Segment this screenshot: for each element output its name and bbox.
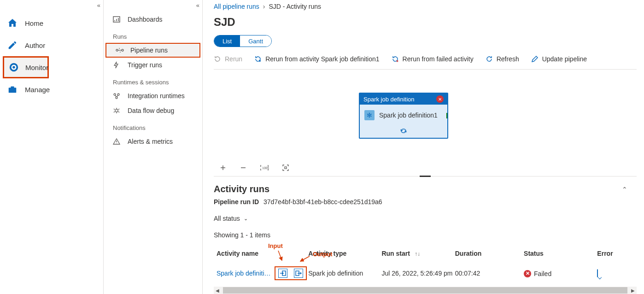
svg-point-10 xyxy=(116,97,117,99)
refresh-icon xyxy=(486,55,493,63)
page-title: SJD xyxy=(214,16,637,29)
subnav-label: Integration runtimes xyxy=(128,92,185,100)
status-filter[interactable]: All status ⌄ xyxy=(214,215,637,222)
rerun-icon xyxy=(214,55,221,63)
sort-icon: ↑↓ xyxy=(415,251,420,257)
activity-table: Input Output Activity name Activity type… xyxy=(214,245,637,294)
rerun-from-activity-button[interactable]: Rerun from activity Spark job definition… xyxy=(254,55,379,63)
rerun-button: Rerun xyxy=(214,55,242,63)
collapse-sub-nav[interactable]: « xyxy=(196,2,199,9)
annotation-output: Output xyxy=(313,251,333,258)
input-icon[interactable] xyxy=(278,269,287,278)
network-icon xyxy=(113,93,122,99)
subnav-label: Alerts & metrics xyxy=(128,138,173,145)
update-pipeline-button[interactable]: Update pipeline xyxy=(531,55,587,63)
zoom-100-icon[interactable]: 100% xyxy=(260,164,269,171)
nav-author[interactable]: Author xyxy=(0,34,103,56)
view-gantt[interactable]: Gantt xyxy=(240,35,271,47)
view-list[interactable]: List xyxy=(214,35,240,47)
nav-label: Author xyxy=(25,41,45,49)
toolbox-icon xyxy=(6,83,18,95)
nav-label: Home xyxy=(25,19,43,27)
annotation-input: Input xyxy=(268,242,283,249)
subnav-data-flow-debug[interactable]: Data flow debug xyxy=(104,103,202,118)
nav-monitor[interactable]: Monitor xyxy=(3,56,49,78)
failed-icon: ✕ xyxy=(524,270,531,277)
activity-node[interactable]: Spark job definition ✕ ✻ Spark job defin… xyxy=(359,93,448,139)
subnav-section-notifications: Notifications xyxy=(104,118,202,134)
io-icons-box xyxy=(275,266,307,280)
subnav-integration-runtimes[interactable]: Integration runtimes xyxy=(104,88,202,103)
col-duration[interactable]: Duration xyxy=(455,250,524,257)
node-type: Spark job definition xyxy=(363,96,415,103)
rerun-failed-icon xyxy=(392,55,399,63)
content: All pipeline runs › SJD - Activity runs … xyxy=(203,0,644,294)
subnav-dashboards[interactable]: Dashboards xyxy=(104,12,202,27)
scroll-thumb[interactable] xyxy=(223,287,627,294)
subnav-trigger-runs[interactable]: Trigger runs xyxy=(104,58,202,72)
trigger-icon xyxy=(113,61,122,69)
svg-text:100%: 100% xyxy=(262,166,269,170)
subnav-alerts-metrics[interactable]: Alerts & metrics xyxy=(104,134,202,149)
cell-type: Spark job definition xyxy=(308,270,381,277)
debug-icon xyxy=(113,107,122,114)
main-nav: « Home Author Monitor Manage xyxy=(0,0,104,294)
svg-rect-3 xyxy=(9,88,17,93)
edit-icon xyxy=(531,55,539,63)
activity-runs-heading: Activity runs xyxy=(214,184,269,194)
dashboard-icon xyxy=(113,16,122,23)
subnav-section-runs: Runs xyxy=(104,27,202,43)
cell-start: Jul 26, 2022, 5:26:49 pm xyxy=(381,270,455,277)
fit-screen-icon[interactable] xyxy=(282,164,289,171)
toolbar-label: Rerun xyxy=(225,55,242,63)
cell-status: ✕ Failed xyxy=(524,269,597,277)
status-filter-label: All status xyxy=(214,215,240,222)
nav-label: Manage xyxy=(25,86,50,94)
toolbar-label: Rerun from failed activity xyxy=(403,55,474,63)
collapse-main-nav[interactable]: « xyxy=(97,2,100,9)
breadcrumb-current: SJD - Activity runs xyxy=(269,3,322,10)
pipeline-icon xyxy=(116,47,125,53)
cell-error[interactable] xyxy=(597,270,634,277)
activity-section: Activity runs ⌃ Pipeline run ID 37d7e4bf… xyxy=(214,176,637,294)
nav-manage[interactable]: Manage xyxy=(0,78,103,100)
run-id-label: Pipeline run ID xyxy=(214,198,259,206)
node-header: Spark job definition ✕ xyxy=(360,94,447,105)
subnav-pipeline-runs[interactable]: Pipeline runs xyxy=(105,43,200,58)
collapse-activity-icon[interactable]: ⌃ xyxy=(622,186,637,193)
canvas-toolbar: 100% xyxy=(219,164,289,171)
refresh-button[interactable]: Refresh xyxy=(486,55,519,63)
col-run-start[interactable]: Run start↑↓ xyxy=(381,250,455,257)
activity-name-link[interactable]: Spark job definitio... xyxy=(217,270,272,277)
chevron-right-icon: › xyxy=(263,3,265,10)
items-count: Showing 1 - 1 items xyxy=(214,231,637,239)
svg-rect-14 xyxy=(285,167,287,169)
output-icon[interactable] xyxy=(294,269,303,278)
sub-nav: « Dashboards Runs Pipeline runs Trigger … xyxy=(104,0,203,294)
nav-home[interactable]: Home xyxy=(0,12,103,34)
zoom-out-icon[interactable] xyxy=(240,164,247,171)
subnav-section-runtimes: Runtimes & sessions xyxy=(104,72,202,88)
gauge-icon xyxy=(9,61,19,73)
svg-point-7 xyxy=(122,49,123,51)
svg-point-6 xyxy=(116,49,118,51)
close-icon[interactable]: ✕ xyxy=(436,95,444,103)
zoom-in-icon[interactable] xyxy=(219,164,227,171)
svg-point-11 xyxy=(115,109,118,112)
horizontal-scrollbar[interactable]: ◀ ▶ xyxy=(214,287,637,294)
subnav-label: Dashboards xyxy=(128,16,163,23)
col-error[interactable]: Error xyxy=(597,250,634,257)
col-status[interactable]: Status xyxy=(524,250,597,257)
scroll-left-icon[interactable]: ◀ xyxy=(216,288,219,293)
node-refresh-icon[interactable] xyxy=(360,126,447,138)
run-id-value: 37d7e4bf-b3bf-41eb-b8cc-cdee251d19a6 xyxy=(263,198,382,206)
pipeline-canvas[interactable]: Spark job definition ✕ ✻ Spark job defin… xyxy=(214,70,637,176)
status-text: Failed xyxy=(534,270,551,277)
rerun-failed-button[interactable]: Rerun from failed activity xyxy=(392,55,474,63)
error-message-icon xyxy=(597,269,598,277)
scroll-right-icon[interactable]: ▶ xyxy=(631,288,635,293)
alert-icon xyxy=(113,138,122,145)
table-row: Spark job definitio... Spark job definit… xyxy=(214,262,637,285)
home-icon xyxy=(6,17,18,29)
breadcrumb-root[interactable]: All pipeline runs xyxy=(214,3,259,10)
